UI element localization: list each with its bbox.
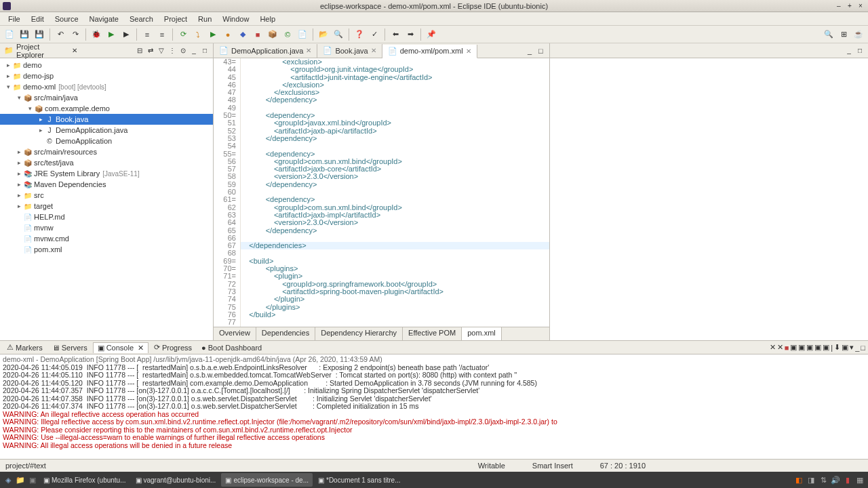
- new-jsp-button[interactable]: 📄: [296, 28, 309, 41]
- task-button[interactable]: ✓: [368, 28, 381, 41]
- tree-item[interactable]: ▸📚Maven Dependencies: [0, 179, 213, 190]
- menu-project[interactable]: Project: [159, 14, 193, 24]
- menu-edit[interactable]: Edit: [26, 14, 50, 24]
- play-button[interactable]: ▶: [206, 28, 220, 41]
- relaunch-button[interactable]: ⟳: [176, 28, 190, 41]
- debug-button[interactable]: 🐞: [90, 28, 103, 41]
- tree-item[interactable]: ▸📁src: [0, 190, 213, 201]
- bottom-tab[interactable]: Dependency Hierarchy: [315, 327, 403, 340]
- nav-fwd-button[interactable]: ➡: [403, 28, 417, 41]
- battery-icon[interactable]: ▮: [842, 474, 853, 485]
- maximize-button[interactable]: +: [848, 3, 854, 9]
- tree-item[interactable]: 📄mvnw: [0, 222, 213, 233]
- skip-button[interactable]: ⤵: [191, 28, 205, 41]
- run-button[interactable]: ▶: [104, 28, 118, 41]
- perspective-button[interactable]: ⊞: [837, 28, 850, 41]
- minimize-outline-button[interactable]: _: [845, 47, 853, 55]
- terminal-button[interactable]: ▣: [27, 474, 38, 485]
- tree-item[interactable]: 📄pom.xml: [0, 244, 213, 255]
- tree-item[interactable]: ▸📁target: [0, 201, 213, 211]
- close-button[interactable]: ×: [859, 3, 865, 9]
- focus-button[interactable]: ⊙: [179, 47, 187, 55]
- console-toolbar-button[interactable]: □: [861, 344, 865, 352]
- tree-item[interactable]: ▾📦com.example.demo: [0, 103, 213, 114]
- minimize-editor-button[interactable]: _: [528, 47, 538, 55]
- menu-search[interactable]: Search: [124, 14, 159, 24]
- console-tab[interactable]: ●Boot Dashboard: [197, 343, 266, 352]
- volume-icon[interactable]: 🔊: [830, 474, 841, 485]
- menu-source[interactable]: Source: [50, 14, 84, 24]
- tree-item[interactable]: ▸📁demo-jsp: [0, 70, 213, 81]
- tree-item[interactable]: ▾📁demo-xml[boot] [devtools]: [0, 81, 213, 92]
- save-all-button[interactable]: 💾: [33, 28, 46, 41]
- menu-help[interactable]: Help: [254, 14, 281, 24]
- console-toolbar-button[interactable]: ✕: [770, 343, 776, 352]
- network-icon[interactable]: ⇅: [818, 474, 829, 485]
- console-toolbar-button[interactable]: ▣: [823, 343, 829, 352]
- console-toolbar-button[interactable]: ▾: [850, 343, 854, 352]
- editor-tab[interactable]: 📄Book.java✕: [317, 44, 382, 58]
- view-menu-button[interactable]: ⋮: [168, 47, 176, 55]
- help-button[interactable]: ❓: [353, 28, 366, 41]
- tree-item[interactable]: ▸📦src/test/java: [0, 157, 213, 168]
- console-toolbar-button[interactable]: ▣: [842, 343, 848, 352]
- start-button[interactable]: ◈: [3, 474, 14, 485]
- minimize-button[interactable]: –: [837, 3, 844, 9]
- console-toolbar-button[interactable]: ▣: [814, 343, 821, 352]
- clock-button[interactable]: ▦: [854, 474, 865, 485]
- tool-button[interactable]: ◆: [236, 28, 250, 41]
- menu-window[interactable]: Window: [217, 14, 254, 24]
- files-button[interactable]: 📁: [15, 474, 26, 485]
- new-pkg-button[interactable]: 📦: [266, 28, 279, 41]
- maximize-editor-button[interactable]: □: [538, 47, 549, 55]
- java-perspective-button[interactable]: ☕: [852, 28, 865, 41]
- tree-item[interactable]: ▸JBook.java: [0, 114, 213, 125]
- project-tree[interactable]: ▸📁demo▸📁demo-jsp▾📁demo-xml[boot] [devtoo…: [0, 58, 213, 340]
- console-toolbar-button[interactable]: |: [831, 344, 833, 352]
- filter-button[interactable]: ▽: [157, 47, 165, 55]
- code-editor[interactable]: <exclusion> <groupId>org.junit.vintage</…: [241, 58, 549, 327]
- tray-icon[interactable]: ◧: [793, 474, 804, 485]
- tree-item[interactable]: ▸📚JRE System Library[JavaSE-11]: [0, 168, 213, 179]
- bottom-tab[interactable]: pom.xml: [462, 327, 502, 340]
- open-type-button[interactable]: 📂: [317, 28, 330, 41]
- console-tab[interactable]: ⟳Progress: [150, 342, 196, 352]
- console-toolbar-button[interactable]: ▣: [798, 343, 805, 352]
- minimize-view-button[interactable]: _: [190, 47, 198, 55]
- menu-navigate[interactable]: Navigate: [84, 14, 124, 24]
- menu-file[interactable]: File: [3, 14, 26, 24]
- close-view-button[interactable]: ✕: [71, 47, 79, 54]
- console-tab[interactable]: 🖥Servers: [48, 343, 92, 352]
- quick-access-button[interactable]: 🔍: [822, 28, 835, 41]
- editor-tab[interactable]: 📄DemoApplication.java✕: [214, 44, 317, 58]
- console-toolbar-button[interactable]: _: [855, 344, 859, 352]
- console-toolbar-button[interactable]: ▣: [806, 343, 813, 352]
- bottom-tab[interactable]: Effective POM: [403, 327, 462, 340]
- build-button[interactable]: ●: [221, 28, 235, 41]
- console-toolbar-button[interactable]: ⬇: [834, 343, 840, 352]
- redo-button[interactable]: ↷: [68, 28, 82, 41]
- taskbar-item[interactable]: ▣eclipse-workspace - de...: [221, 473, 313, 487]
- maximize-outline-button[interactable]: □: [856, 47, 864, 55]
- tray-icon[interactable]: ◨: [806, 474, 816, 485]
- search-button[interactable]: 🔍: [332, 28, 345, 41]
- coverage-button[interactable]: ▶: [119, 28, 133, 41]
- taskbar-item[interactable]: ▣Mozilla Firefox (ubuntu...: [39, 473, 130, 487]
- nav-back-button[interactable]: ⬅: [389, 28, 402, 41]
- bottom-tab[interactable]: Overview: [214, 327, 256, 340]
- console-output[interactable]: demo-xml - DemoApplication [Spring Boot …: [0, 354, 868, 459]
- taskbar-item[interactable]: ▣vagrant@ubuntu-bioni...: [132, 473, 220, 487]
- taskbar-item[interactable]: ▣*Document 1 sans titre...: [314, 473, 405, 487]
- tree-item[interactable]: 📄HELP.md: [0, 211, 213, 222]
- collapse-all-button[interactable]: ⊟: [136, 47, 144, 55]
- pin-button[interactable]: 📌: [425, 28, 438, 41]
- console-tab[interactable]: ▣Console✕: [93, 342, 149, 353]
- console-toolbar-button[interactable]: ✕: [777, 343, 783, 352]
- save-button[interactable]: 💾: [18, 28, 31, 41]
- console-toolbar-button[interactable]: ▣: [790, 343, 797, 352]
- console-tab[interactable]: ⚠Markers: [3, 342, 47, 352]
- new-button[interactable]: 📄: [3, 28, 16, 41]
- tree-item[interactable]: ©DemoApplication: [0, 136, 213, 146]
- stop-button[interactable]: ■: [251, 28, 264, 41]
- editor-tab[interactable]: 📄demo-xml/pom.xml✕: [382, 45, 477, 58]
